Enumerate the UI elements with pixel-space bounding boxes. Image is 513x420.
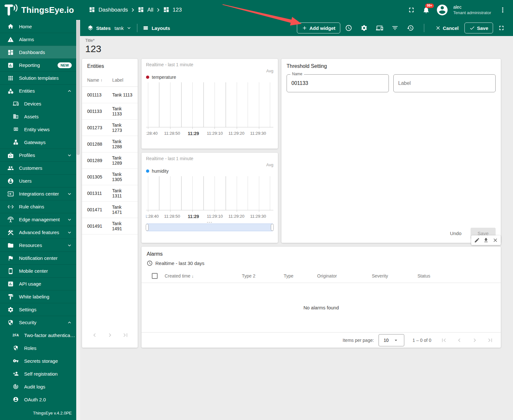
entity-row[interactable]: 001133Tank 1133 xyxy=(82,103,138,120)
alarms-column-created-time[interactable]: Created time ↓ xyxy=(165,273,242,278)
select-all-checkbox[interactable] xyxy=(152,273,158,279)
sidebar-item-customers[interactable]: Customers xyxy=(0,161,76,174)
sidebar-item-solution-templates[interactable]: Solution templates xyxy=(0,71,76,84)
entity-row[interactable]: 001113Tank 1113 xyxy=(82,87,138,103)
entity-row[interactable]: 001471Tank 1471 xyxy=(82,202,138,218)
sidebar-item-home[interactable]: Home xyxy=(0,20,76,33)
sidebar-item-self-registration[interactable]: Self registration xyxy=(0,367,76,380)
sidebar-item-oauth-2-0[interactable]: OAuth 2.0 xyxy=(0,393,76,406)
sidebar-item-users[interactable]: Users xyxy=(0,174,76,187)
alarms-timewindow-button[interactable]: Realtime - last 30 days xyxy=(147,260,205,266)
sidebar-item-label: OAuth 2.0 xyxy=(24,397,46,402)
breadcrumb-all[interactable]: All xyxy=(138,6,153,14)
sidebar-item-resources[interactable]: Resources xyxy=(0,239,76,251)
sidebar-item-edge-management[interactable]: Edge management xyxy=(0,213,76,226)
entity-row[interactable]: 001311Tank 1311 xyxy=(82,185,138,202)
fullscreen-dashboard-button[interactable] xyxy=(494,22,508,34)
alarms-column-type[interactable]: Type xyxy=(284,273,317,278)
avatar[interactable] xyxy=(436,4,449,16)
notifications-button[interactable]: 99+ xyxy=(420,4,433,16)
add-widget-button[interactable]: Add widget xyxy=(297,23,340,33)
scrollbar-thumb[interactable] xyxy=(77,20,80,155)
sidebar-item-profiles[interactable]: Profiles xyxy=(0,149,76,161)
export-widget-button[interactable] xyxy=(482,237,490,244)
label-field-wrapper xyxy=(393,74,496,92)
sidebar-item-settings[interactable]: Settings xyxy=(0,303,76,316)
timewindow-button[interactable] xyxy=(342,22,356,34)
sidebar-item-notification-center[interactable]: Notification center xyxy=(0,251,76,264)
label-input[interactable] xyxy=(393,74,496,92)
sidebar-item-api-usage[interactable]: API usage xyxy=(0,277,76,290)
entity-aliases-button[interactable] xyxy=(372,22,387,34)
breadcrumb-dashboards[interactable]: Dashboards xyxy=(89,6,128,14)
remove-widget-button[interactable] xyxy=(492,237,499,244)
entity-row[interactable]: 001273Tank 1273 xyxy=(82,120,138,136)
alarms-column-type-2[interactable]: Type 2 xyxy=(242,273,284,278)
sidebar-item-assets[interactable]: Assets xyxy=(0,110,76,123)
user-info[interactable]: alec Tenant administrator xyxy=(453,5,491,15)
sidebar-item-secrets-storage[interactable]: Secrets storage xyxy=(0,354,76,367)
alarms-column-originator[interactable]: Originator xyxy=(317,273,372,278)
temperature-legend[interactable]: temperature xyxy=(146,75,273,80)
next-page-button[interactable] xyxy=(106,332,114,339)
humidity-legend[interactable]: humidity xyxy=(146,169,273,174)
sidebar-item-dashboards[interactable]: Dashboards xyxy=(0,46,76,59)
alarms-column-status[interactable]: Status xyxy=(417,273,463,278)
sidebar-item-two-factor-authenticati[interactable]: 2FATwo-factor authenticati… xyxy=(0,329,76,342)
dashboard-title-field[interactable]: Title* 123 xyxy=(85,38,101,54)
entity-name: 001273 xyxy=(87,125,112,130)
temperature-series-dot xyxy=(146,76,149,79)
last-page-button[interactable] xyxy=(487,337,494,344)
sidebar-item-white-labeling[interactable]: White labeling xyxy=(0,290,76,303)
breadcrumb-123[interactable]: 123 xyxy=(163,6,182,14)
alarms-column-severity[interactable]: Severity xyxy=(372,273,417,278)
dashboard-icon xyxy=(89,6,96,14)
sidebar-item-devices[interactable]: Devices xyxy=(0,97,76,110)
entity-row[interactable]: 001305Tank 1305 xyxy=(82,169,138,185)
sidebar-item-security[interactable]: Security xyxy=(0,316,76,329)
more-menu-button[interactable] xyxy=(496,4,509,16)
sidebar-item-reporting[interactable]: ReportingNEW xyxy=(0,59,76,71)
first-page-button[interactable] xyxy=(440,337,447,344)
sidebar-item-audit-logs[interactable]: Audit logs xyxy=(0,380,76,393)
next-page-button[interactable] xyxy=(471,337,478,344)
version-history-button[interactable] xyxy=(403,22,417,34)
sidebar-item-integrations-center[interactable]: Integrations center xyxy=(0,187,76,200)
previous-page-button[interactable] xyxy=(456,337,463,344)
filters-button[interactable] xyxy=(388,22,402,34)
sort-asc-icon: ↑ xyxy=(100,78,103,83)
sidebar-item-entity-views[interactable]: Entity views xyxy=(0,123,76,136)
brush-handle-left[interactable] xyxy=(146,224,149,231)
cancel-button[interactable]: Cancel xyxy=(431,23,463,33)
save-button[interactable]: Save xyxy=(464,23,493,33)
brush-handle-right[interactable] xyxy=(271,224,274,231)
entities-column-label[interactable]: Label xyxy=(112,78,123,83)
last-page-button[interactable] xyxy=(122,332,129,339)
app-logo[interactable]: ThingsEye.io xyxy=(0,4,80,16)
name-input[interactable] xyxy=(287,74,389,92)
previous-page-button[interactable] xyxy=(91,332,98,339)
sidebar-item-advanced-features[interactable]: Advanced features xyxy=(0,226,76,239)
entity-row[interactable]: 001288Tank 1288 xyxy=(82,136,138,152)
dashboard-settings-button[interactable] xyxy=(357,22,371,34)
sidebar-item-roles[interactable]: Roles xyxy=(0,342,76,354)
entity-row[interactable]: 001289Tank 1289 xyxy=(82,152,138,169)
sidebar-item-entities[interactable]: Entities xyxy=(0,84,76,97)
items-per-page-select[interactable]: 10 xyxy=(379,334,404,346)
sidebar-scrollbar[interactable] xyxy=(76,20,80,420)
time-range-brush[interactable]: ••• xyxy=(146,224,273,231)
sidebar-item-rule-chains[interactable]: Rule chains xyxy=(0,200,76,213)
temperature-aggregation[interactable]: Avg xyxy=(146,68,273,73)
fullscreen-button[interactable] xyxy=(405,4,418,16)
sidebar-item-alarms[interactable]: Alarms xyxy=(0,33,76,46)
humidity-aggregation[interactable]: Avg xyxy=(146,162,273,167)
entities-column-name[interactable]: Name ↑ xyxy=(87,78,112,83)
undo-button[interactable]: Undo xyxy=(445,228,466,239)
brush-selection[interactable] xyxy=(146,224,273,231)
sidebar-item-gateways[interactable]: Gateways xyxy=(0,136,76,149)
states-selector[interactable]: States tank xyxy=(87,25,132,31)
entity-row[interactable]: 001491Tank 1491 xyxy=(82,218,138,234)
layouts-button[interactable]: Layouts xyxy=(142,25,170,31)
edit-widget-button[interactable] xyxy=(473,237,481,244)
sidebar-item-mobile-center[interactable]: Mobile center xyxy=(0,264,76,277)
